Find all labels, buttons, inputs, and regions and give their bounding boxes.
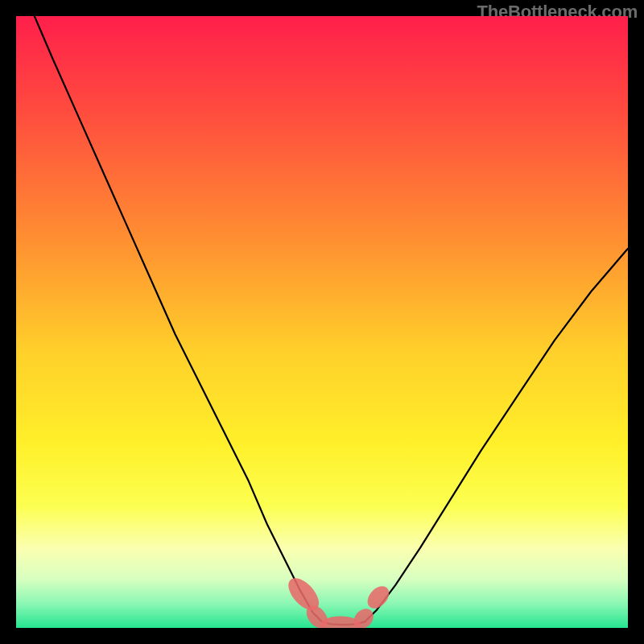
plot-area: [16, 16, 628, 628]
chart-svg: [16, 16, 628, 628]
chart-background: [16, 16, 628, 628]
chart-frame: TheBottleneck.com: [0, 0, 644, 644]
